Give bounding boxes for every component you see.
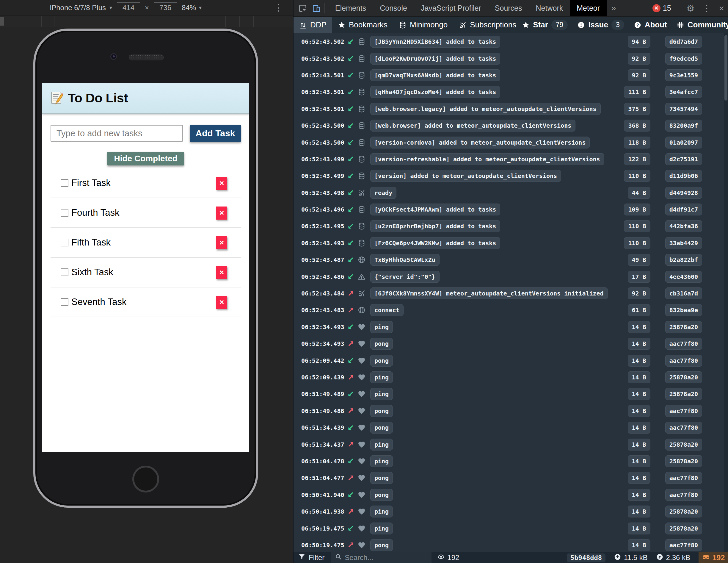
ddp-action-community[interactable]: Community (677, 20, 728, 29)
log-row[interactable]: 06:50:41.940↙pong14 Baac77f80 (294, 487, 724, 503)
log-row[interactable]: 06:52:43.501↙[qmD7vaqTMxs6ANsdb] added t… (294, 67, 724, 84)
log-row[interactable]: 06:52:43.487↙TxByMhhQa5CAWLxZu49 Bb2a822… (294, 251, 724, 268)
log-row[interactable]: 06:52:43.486↙{"server_id":"0"}17 B4ee436… (294, 268, 724, 285)
log-row[interactable]: 06:50:19.475↙ping14 B25878a20 (294, 520, 724, 537)
search-input[interactable] (345, 553, 416, 562)
incoming-arrow-icon: ↙ (346, 390, 355, 399)
ddp-action-issue[interactable]: Issue3 (577, 20, 624, 30)
task-checkbox[interactable] (61, 239, 68, 246)
log-row[interactable]: 06:52:34.493↗pong14 Baac77f80 (294, 335, 724, 352)
add-task-button[interactable]: Add Task (190, 125, 241, 142)
log-row[interactable]: 06:51:34.439↙pong14 Baac77f80 (294, 419, 724, 436)
log-row[interactable]: 06:50:41.938↗ping14 B25878a20 (294, 503, 724, 520)
log-row[interactable]: 06:52:34.493↙ping14 B25878a20 (294, 319, 724, 335)
log-hash: 33ab4429 (665, 237, 702, 249)
meteor-ddp-toolbar: DDP Bookmarks Minimongo Subscriptions St… (294, 17, 728, 33)
log-row[interactable]: 06:52:43.484↗[6Jf8CXk8YmnssXY4W] meteor_… (294, 285, 724, 302)
devtools-tab-javascript-profiler[interactable]: JavaScript Profiler (414, 0, 488, 16)
log-message: [u2znE8pzhrBejhbp7] added to tasks (370, 220, 500, 232)
log-row[interactable]: 06:52:43.501↙[web.browser.legacy] added … (294, 101, 724, 117)
delete-task-button[interactable]: ✕ (216, 296, 227, 309)
task-checkbox[interactable] (61, 179, 68, 187)
broadcast-icon (358, 290, 366, 297)
devtools-tab-elements[interactable]: Elements (328, 0, 373, 16)
device-type-select[interactable]: iPhone 6/7/8 Plus ▾ (50, 4, 112, 12)
mailbox-indicator: 192 (699, 552, 728, 563)
ddp-action-about[interactable]: ? About (634, 20, 667, 29)
log-hash: 25878a20 (665, 388, 702, 400)
log-message: [6Jf8CXk8YmnssXY4W] meteor_autoupdate_cl… (370, 288, 608, 300)
log-hash: 9c3e1559 (665, 69, 702, 81)
log-row[interactable]: 06:52:43.500↙[web.browser] added to mete… (294, 117, 724, 134)
incoming-arrow-icon: ↙ (346, 272, 355, 281)
ddp-action-label: Community (688, 20, 728, 29)
delete-task-button[interactable]: ✕ (216, 206, 227, 219)
log-row[interactable]: 06:51:34.437↗ping14 B25878a20 (294, 436, 724, 453)
log-row[interactable]: 06:52:43.493↙[Fz6CQe6pv4JWW2KMw] added t… (294, 235, 724, 251)
ddp-action-star[interactable]: Star79 (522, 20, 568, 30)
ddp-toolbar-tab-subscriptions[interactable]: Subscriptions (453, 17, 522, 33)
log-row[interactable]: 06:52:43.499↙[version-refreshable] added… (294, 151, 724, 167)
log-hash: aac77f80 (665, 539, 702, 551)
inspect-element-icon[interactable] (298, 4, 307, 13)
ddp-tabs: DDP Bookmarks Minimongo Subscriptions (294, 17, 522, 33)
log-message: ready (370, 187, 396, 199)
settings-gear-icon[interactable]: ⚙ (683, 3, 699, 13)
task-checkbox[interactable] (61, 209, 68, 217)
device-zoom-value: 84% (182, 4, 196, 12)
database-icon (358, 105, 366, 113)
log-row[interactable]: 06:52:43.502↙[JB5yYnn2HD5XiB634] added t… (294, 33, 724, 50)
database-icon (358, 122, 366, 129)
heart-icon (358, 441, 366, 449)
delete-task-button[interactable]: ✕ (216, 236, 227, 249)
task-checkbox[interactable] (61, 298, 68, 306)
log-hash: 25878a20 (665, 506, 702, 517)
log-message: [version] added to meteor_autoupdate_cli… (370, 170, 561, 182)
devtools-tab-network[interactable]: Network (529, 0, 570, 16)
log-row[interactable]: 06:52:43.495↙[u2znE8pzhrBejhbp7] added t… (294, 218, 724, 234)
filter-label: Filter (309, 553, 324, 562)
scrollbar-thumb[interactable] (724, 35, 727, 101)
new-task-input[interactable] (51, 125, 183, 142)
ddp-toolbar-tab-ddp[interactable]: DDP (294, 17, 332, 33)
ddp-toolbar-tab-minimongo[interactable]: Minimongo (393, 17, 453, 33)
log-row[interactable]: 06:52:43.501↙[qHha4D7jqcDszoMe4] added t… (294, 84, 724, 100)
more-tabs-icon[interactable]: » (607, 4, 621, 13)
log-row[interactable]: 06:52:43.483↗connect61 B832baa9e (294, 302, 724, 319)
filter-toggle[interactable]: Filter (294, 553, 324, 562)
hide-completed-button[interactable]: Hide Completed (107, 152, 184, 165)
device-height-input[interactable] (154, 2, 177, 13)
task-checkbox[interactable] (61, 268, 68, 276)
heart-icon (358, 340, 366, 348)
devtools-tab-console[interactable]: Console (373, 0, 414, 16)
log-row[interactable]: 06:52:43.496↙[yQCkFsect4JPMAAwm] added t… (294, 201, 724, 218)
toggle-device-toolbar-icon[interactable] (312, 4, 321, 13)
log-row[interactable]: 06:51:04.478↙ping14 B25878a20 (294, 453, 724, 470)
log-row[interactable]: 06:51:04.477↗pong14 Baac77f80 (294, 470, 724, 486)
devtools-tab-meteor[interactable]: Meteor (570, 0, 607, 16)
device-zoom-select[interactable]: 84% ▾ (182, 4, 202, 12)
log-row[interactable]: 06:52:43.499↙[version] added to meteor_a… (294, 167, 724, 184)
devtools-tabs: ElementsConsoleJavaScript ProfilerSource… (328, 0, 607, 16)
delete-task-button[interactable]: ✕ (216, 177, 227, 190)
log-row[interactable]: 06:51:49.489↙ping14 B25878a20 (294, 386, 724, 402)
log-row[interactable]: 06:52:09.439↗ping14 B25878a20 (294, 369, 724, 386)
device-toolbar-options-icon[interactable]: ⋮ (274, 2, 283, 13)
device-ruler (0, 16, 293, 27)
log-row[interactable]: 06:52:43.498↙ready44 Bd4494928 (294, 184, 724, 201)
error-badge-icon[interactable]: ✕ (652, 4, 660, 12)
close-devtools-icon[interactable]: × (715, 3, 728, 13)
log-row[interactable]: 06:50:19.475↗pong14 Baac77f80 (294, 537, 724, 552)
log-row[interactable]: 06:52:43.502↙[dLooP2KwDruQvQ7ij] added t… (294, 50, 724, 67)
task-label: Fifth Task (71, 237, 111, 248)
log-row[interactable]: 06:52:43.500↙[version-cordova] added to … (294, 134, 724, 150)
device-width-input[interactable] (117, 2, 140, 13)
devtools-options-kebab-icon[interactable]: ⋮ (698, 3, 715, 13)
log-size: 14 B (628, 422, 650, 434)
ddp-toolbar-tab-bookmarks[interactable]: Bookmarks (332, 17, 393, 33)
log-row[interactable]: 06:52:09.442↙pong14 Baac77f80 (294, 352, 724, 369)
log-hash: 01a02097 (665, 137, 702, 148)
devtools-tab-sources[interactable]: Sources (488, 0, 529, 16)
log-row[interactable]: 06:51:49.488↗pong14 Baac77f80 (294, 403, 724, 419)
delete-task-button[interactable]: ✕ (216, 266, 227, 279)
